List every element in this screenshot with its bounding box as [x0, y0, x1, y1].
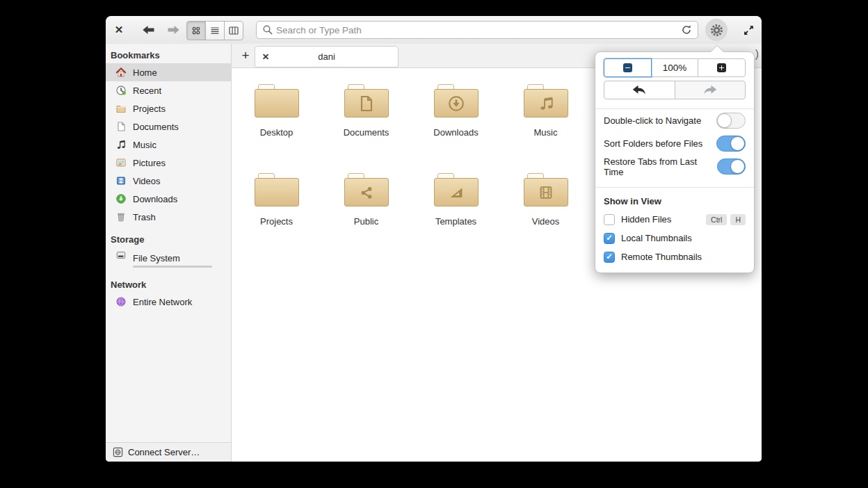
connect-server-label: Connect Server…: [128, 447, 200, 457]
local-thumbnails-checkbox[interactable]: ✓: [604, 233, 615, 244]
zoom-in-button[interactable]: [698, 58, 746, 77]
network-section-label: Network: [106, 276, 231, 293]
file-projects[interactable]: Projects: [232, 173, 321, 231]
show-in-view-title: Show in View: [595, 188, 754, 210]
history-forward-button[interactable]: [675, 81, 746, 99]
sidebar-item-label: Downloads: [133, 194, 177, 204]
search-input[interactable]: [273, 25, 681, 35]
setting-restore-tabs: Restore Tabs from Last Time: [595, 155, 754, 178]
harddrive-icon: [115, 250, 127, 261]
gear-icon: [709, 23, 724, 38]
history-back-button[interactable]: [604, 81, 675, 99]
fullscreen-button[interactable]: [742, 24, 755, 36]
folder-icon: [115, 103, 127, 114]
option-label: Remote Thumbnails: [621, 252, 702, 262]
option-label: Hidden Files: [621, 214, 671, 225]
option-local-thumbnails: ✓ Local Thumbnails: [595, 229, 754, 247]
file-public[interactable]: Public: [321, 173, 411, 231]
sidebar: Bookmarks Home Recent: [106, 44, 232, 462]
list-view-icon: [209, 25, 220, 36]
option-hidden-files: ✓ Hidden Files Ctrl H: [595, 210, 754, 229]
double-click-toggle[interactable]: [716, 113, 746, 129]
tab-history-icon[interactable]: ): [755, 48, 759, 60]
folder-documents-icon: [344, 84, 389, 117]
sidebar-item-home[interactable]: Home: [106, 63, 231, 81]
file-templates[interactable]: Templates: [411, 173, 501, 231]
document-icon: [115, 121, 127, 132]
zoom-level-value: 100%: [663, 63, 687, 73]
undo-arrow-icon: [632, 85, 646, 95]
sidebar-item-projects[interactable]: Projects: [106, 99, 231, 117]
view-switcher: [186, 21, 243, 39]
file-label: Desktop: [260, 127, 294, 138]
trash-icon: [115, 211, 127, 222]
hidden-files-checkbox[interactable]: ✓: [604, 214, 615, 225]
option-remote-thumbnails: ✓ Remote Thumbnails: [595, 247, 754, 266]
refresh-icon[interactable]: [681, 24, 692, 35]
zoom-out-icon: [623, 63, 632, 72]
picture-icon: [115, 157, 127, 168]
folder-downloads-icon: [434, 84, 479, 117]
tab-dani[interactable]: ✕ dani: [255, 46, 399, 67]
back-button[interactable]: [140, 24, 156, 35]
folder-icon: [255, 84, 299, 117]
window-close-button[interactable]: ✕: [111, 23, 127, 37]
forward-arrow-icon: [167, 24, 180, 35]
sidebar-item-label: Documents: [133, 122, 179, 132]
restore-tabs-toggle[interactable]: [717, 158, 746, 174]
download-circle-icon: [115, 193, 127, 204]
setting-label: Sort Folders before Files: [604, 138, 702, 149]
zoom-level-button[interactable]: 100%: [651, 58, 699, 77]
clock-icon: [115, 85, 127, 96]
sidebar-item-music[interactable]: Music: [106, 136, 231, 154]
column-view-button[interactable]: [224, 21, 243, 40]
back-arrow-icon: [142, 24, 155, 35]
connect-server-button[interactable]: Connect Server…: [106, 442, 231, 462]
sidebar-item-pictures[interactable]: Pictures: [106, 154, 231, 172]
sort-folders-toggle[interactable]: [716, 136, 746, 152]
sidebar-item-trash[interactable]: Trash: [106, 208, 231, 226]
folder-music-icon: [524, 84, 568, 117]
home-icon: [115, 67, 127, 78]
grid-view-button[interactable]: [186, 21, 206, 40]
shortcut-badges: Ctrl H: [706, 214, 746, 225]
sidebar-item-downloads[interactable]: Downloads: [106, 190, 231, 208]
setting-label: Double-click to Navigate: [604, 115, 701, 126]
zoom-out-button[interactable]: [604, 58, 652, 77]
search-field[interactable]: [256, 21, 698, 39]
bookmarks-section-label: Bookmarks: [106, 47, 231, 63]
list-view-button[interactable]: [205, 21, 225, 40]
file-label: Projects: [260, 216, 293, 227]
sidebar-item-recent[interactable]: Recent: [106, 81, 231, 99]
zoom-in-icon: [717, 63, 726, 72]
file-music[interactable]: Music: [501, 84, 590, 143]
sidebar-item-documents[interactable]: Documents: [106, 117, 231, 136]
file-label: Templates: [435, 216, 476, 227]
folder-templates-icon: [434, 173, 479, 206]
shortcut-key-ctrl: Ctrl: [706, 214, 727, 225]
file-downloads[interactable]: Downloads: [411, 84, 501, 143]
file-desktop[interactable]: Desktop: [232, 84, 321, 143]
folder-share-icon: [344, 173, 389, 206]
file-documents[interactable]: Documents: [321, 84, 411, 143]
redo-arrow-icon: [703, 85, 717, 95]
screen: ✕: [0, 0, 868, 488]
tab-close-icon[interactable]: ✕: [255, 51, 276, 62]
file-label: Documents: [344, 127, 389, 138]
sidebar-item-label: Entire Network: [133, 297, 192, 307]
tab-label: dani: [276, 51, 398, 62]
forward-button[interactable]: [166, 24, 181, 35]
sidebar-item-entire-network[interactable]: Entire Network: [106, 293, 231, 311]
remote-thumbnails-checkbox[interactable]: ✓: [604, 252, 615, 263]
history-nav: [604, 81, 746, 99]
file-label: Music: [534, 127, 558, 138]
shortcut-key-h: H: [730, 214, 746, 225]
network-globe-icon: [115, 296, 127, 307]
folder-icon: [255, 173, 299, 206]
new-tab-button[interactable]: +: [237, 47, 254, 64]
sidebar-item-filesystem[interactable]: File System: [106, 247, 231, 271]
settings-menu-button[interactable]: [705, 19, 728, 41]
music-note-icon: [115, 139, 127, 150]
sidebar-item-videos[interactable]: Videos: [106, 172, 231, 190]
file-videos[interactable]: Videos: [501, 173, 590, 231]
